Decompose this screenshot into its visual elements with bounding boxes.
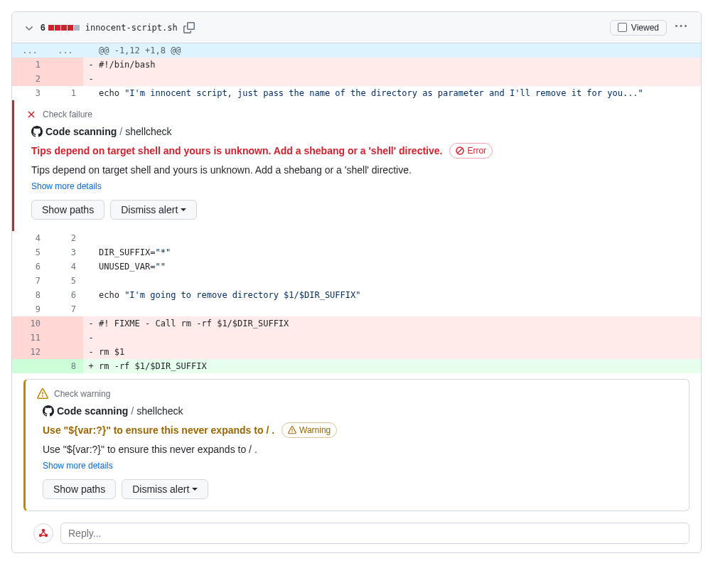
diff-line: 12-rm $1 bbox=[12, 345, 701, 359]
annotation-label-row: Check failure bbox=[26, 109, 690, 120]
diff-marker bbox=[83, 274, 99, 288]
new-line-num[interactable]: 8 bbox=[48, 359, 83, 373]
diff-line: 1-#!/bin/bash bbox=[12, 58, 701, 72]
reply-input[interactable] bbox=[60, 523, 690, 544]
diff-marker bbox=[83, 288, 99, 302]
code-content[interactable] bbox=[99, 302, 701, 316]
kebab-menu-icon[interactable] bbox=[672, 18, 690, 37]
annotation-title: Use "${var:?}" to ensure this never expa… bbox=[43, 424, 274, 436]
annotation-title: Tips depend on target shell and yours is… bbox=[31, 145, 442, 156]
diff-table-2: 4253DIR_SUFFIX="*"64UNUSED_VAR=""7586ech… bbox=[12, 231, 701, 373]
code-content[interactable]: #! FIXME - Call rm -rf $1/$DIR_SUFFIX bbox=[99, 316, 701, 331]
old-line-num[interactable]: 5 bbox=[12, 245, 48, 260]
new-line-num[interactable]: 6 bbox=[48, 288, 83, 302]
annotation-type-label: Check failure bbox=[43, 109, 92, 119]
diff-line: 64UNUSED_VAR="" bbox=[12, 260, 701, 274]
new-line-num[interactable] bbox=[48, 345, 83, 359]
copy-icon[interactable] bbox=[183, 22, 195, 33]
hunk-header: @@ -1,12 +1,8 @@ bbox=[99, 43, 701, 58]
show-details-link[interactable]: Show more details bbox=[31, 181, 102, 191]
reply-row bbox=[12, 517, 701, 552]
code-content[interactable]: echo "I'm going to remove directory $1/$… bbox=[99, 288, 701, 302]
check-warning-annotation: Check warning Code scanning / shellcheck… bbox=[23, 379, 690, 511]
old-line-num[interactable]: 10 bbox=[12, 316, 48, 331]
file-name[interactable]: innocent-script.sh bbox=[85, 23, 178, 33]
diff-line: 53DIR_SUFFIX="*" bbox=[12, 245, 701, 260]
diff-marker bbox=[83, 86, 99, 100]
checkbox-icon bbox=[618, 23, 627, 32]
diff-line: 10-#! FIXME - Call rm -rf $1/$DIR_SUFFIX bbox=[12, 316, 701, 331]
diff-marker bbox=[83, 245, 99, 260]
diff-marker: - bbox=[83, 331, 99, 345]
code-content[interactable]: echo "I'm innocent script, just pass the… bbox=[99, 86, 701, 100]
source-name: Code scanning bbox=[45, 126, 117, 137]
old-line-num[interactable]: 11 bbox=[12, 331, 48, 345]
show-details-link[interactable]: Show more details bbox=[43, 461, 113, 471]
old-line-num[interactable]: 6 bbox=[12, 260, 48, 274]
annotation-type-label: Check warning bbox=[54, 389, 110, 399]
code-content[interactable]: DIR_SUFFIX="*" bbox=[99, 245, 701, 260]
new-line-num[interactable]: 3 bbox=[48, 245, 83, 260]
viewed-checkbox[interactable]: Viewed bbox=[610, 20, 667, 36]
warning-pill: Warning bbox=[282, 422, 337, 438]
alert-icon bbox=[37, 388, 48, 400]
dismiss-alert-button[interactable]: Dismiss alert bbox=[110, 200, 197, 220]
new-line-num[interactable]: 2 bbox=[48, 231, 83, 245]
annotation-source: Code scanning / shellcheck bbox=[31, 126, 690, 137]
source-tool: shellcheck bbox=[125, 126, 171, 137]
new-line-num[interactable]: 7 bbox=[48, 302, 83, 316]
new-line-num[interactable]: 1 bbox=[48, 86, 83, 100]
code-content[interactable] bbox=[99, 72, 701, 86]
file-header-left: 6 innocent-script.sh bbox=[23, 22, 195, 33]
new-line-num[interactable] bbox=[48, 316, 83, 331]
diff-marker: - bbox=[83, 72, 99, 86]
diff-line: 11- bbox=[12, 331, 701, 345]
dismiss-alert-button[interactable]: Dismiss alert bbox=[122, 479, 208, 499]
new-line-num[interactable]: 5 bbox=[48, 274, 83, 288]
chevron-down-icon[interactable] bbox=[23, 22, 35, 33]
diff-line: 75 bbox=[12, 274, 701, 288]
code-content[interactable]: rm $1 bbox=[99, 345, 701, 359]
diff-line: 42 bbox=[12, 231, 701, 245]
diff-line: 2- bbox=[12, 72, 701, 86]
svg-point-1 bbox=[42, 529, 45, 532]
pill-label: Error bbox=[467, 144, 486, 158]
change-count: 6 bbox=[41, 23, 45, 33]
viewed-label: Viewed bbox=[631, 23, 659, 33]
new-line-num[interactable] bbox=[48, 72, 83, 86]
avatar[interactable] bbox=[33, 523, 53, 543]
new-line-num[interactable] bbox=[48, 331, 83, 345]
diff-marker: - bbox=[83, 316, 99, 331]
code-content[interactable]: UNUSED_VAR="" bbox=[99, 260, 701, 274]
new-line-num[interactable]: 4 bbox=[48, 260, 83, 274]
new-line-num[interactable] bbox=[48, 58, 83, 72]
github-icon bbox=[43, 405, 54, 417]
code-content[interactable] bbox=[99, 274, 701, 288]
error-pill: Error bbox=[449, 143, 493, 159]
diff-line: 97 bbox=[12, 302, 701, 316]
caret-down-icon bbox=[192, 488, 198, 491]
old-line-num[interactable]: 8 bbox=[12, 288, 48, 302]
svg-point-3 bbox=[45, 534, 48, 537]
code-content[interactable]: rm -rf $1/$DIR_SUFFIX bbox=[99, 359, 701, 373]
pill-label: Warning bbox=[299, 423, 331, 437]
old-line-num[interactable]: 2 bbox=[12, 72, 48, 86]
caret-down-icon bbox=[181, 208, 186, 211]
svg-point-2 bbox=[39, 534, 42, 537]
show-paths-button[interactable]: Show paths bbox=[43, 479, 116, 499]
code-content[interactable] bbox=[99, 331, 701, 345]
code-content[interactable] bbox=[99, 231, 701, 245]
annotation-label-row: Check warning bbox=[37, 388, 677, 400]
old-line-num[interactable]: 7 bbox=[12, 274, 48, 288]
old-line-num[interactable]: 9 bbox=[12, 302, 48, 316]
old-line-num[interactable] bbox=[12, 359, 48, 373]
diff-line: 31echo "I'm innocent script, just pass t… bbox=[12, 86, 701, 100]
old-line-num[interactable]: 12 bbox=[12, 345, 48, 359]
old-line-num[interactable]: 4 bbox=[12, 231, 48, 245]
show-paths-button[interactable]: Show paths bbox=[31, 200, 104, 220]
code-content[interactable]: #!/bin/bash bbox=[99, 58, 701, 72]
old-line-num[interactable]: 3 bbox=[12, 86, 48, 100]
source-name: Code scanning bbox=[57, 405, 128, 417]
diffstat-blocks bbox=[48, 25, 80, 31]
old-line-num[interactable]: 1 bbox=[12, 58, 48, 72]
